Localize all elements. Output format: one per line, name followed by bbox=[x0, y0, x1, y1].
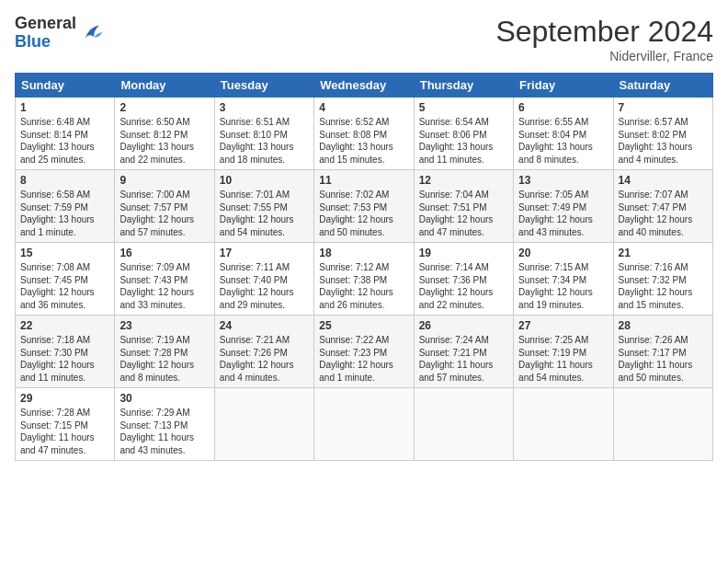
table-row: 17Sunrise: 7:11 AMSunset: 7:40 PMDayligh… bbox=[214, 243, 313, 316]
day-detail: Daylight: 12 hours bbox=[119, 286, 209, 299]
table-row: 30Sunrise: 7:29 AMSunset: 7:13 PMDayligh… bbox=[115, 388, 214, 461]
table-row: 29Sunrise: 7:28 AMSunset: 7:15 PMDayligh… bbox=[16, 388, 115, 461]
day-detail: Sunrise: 6:48 AM bbox=[20, 116, 109, 129]
day-detail: and 40 minutes. bbox=[619, 226, 708, 239]
day-detail: and 36 minutes. bbox=[20, 299, 109, 312]
day-detail: Daylight: 13 hours bbox=[419, 141, 508, 154]
day-detail: Sunset: 7:26 PM bbox=[220, 347, 309, 360]
day-detail: Daylight: 13 hours bbox=[619, 141, 708, 154]
day-detail: Sunrise: 7:21 AM bbox=[220, 334, 309, 347]
day-number: 25 bbox=[319, 319, 408, 332]
day-detail: Sunrise: 7:22 AM bbox=[319, 334, 408, 347]
day-number: 21 bbox=[619, 247, 708, 259]
day-detail: and 57 minutes. bbox=[419, 372, 508, 385]
col-wednesday: Wednesday bbox=[314, 74, 414, 98]
day-detail: Sunrise: 7:09 AM bbox=[119, 261, 209, 274]
day-detail: Daylight: 13 hours bbox=[319, 141, 408, 154]
day-number: 5 bbox=[419, 101, 508, 114]
day-detail: Sunset: 7:47 PM bbox=[619, 201, 708, 214]
day-detail: Daylight: 11 hours bbox=[20, 431, 109, 444]
table-row: 10Sunrise: 7:01 AMSunset: 7:55 PMDayligh… bbox=[214, 170, 313, 243]
table-row: 4Sunrise: 6:52 AMSunset: 8:08 PMDaylight… bbox=[314, 98, 414, 170]
day-detail: Sunset: 7:32 PM bbox=[619, 274, 708, 287]
col-saturday: Saturday bbox=[613, 74, 712, 98]
day-detail: and 11 minutes. bbox=[419, 154, 508, 167]
calendar-header: Sunday Monday Tuesday Wednesday Thursday… bbox=[16, 74, 713, 98]
day-detail: Sunrise: 7:00 AM bbox=[119, 189, 209, 201]
day-detail: Sunrise: 7:08 AM bbox=[20, 261, 109, 274]
day-detail: and 50 minutes. bbox=[619, 372, 708, 385]
day-detail: Sunset: 7:40 PM bbox=[220, 274, 309, 287]
table-row: 5Sunrise: 6:54 AMSunset: 8:06 PMDaylight… bbox=[414, 98, 513, 170]
day-detail: and 8 minutes. bbox=[518, 154, 608, 167]
table-row: 25Sunrise: 7:22 AMSunset: 7:23 PMDayligh… bbox=[314, 316, 414, 388]
day-detail: and 54 minutes. bbox=[518, 372, 608, 385]
day-detail: Sunrise: 6:55 AM bbox=[518, 116, 608, 129]
day-detail: Sunset: 7:30 PM bbox=[20, 347, 109, 360]
day-detail: Sunset: 7:21 PM bbox=[419, 347, 508, 360]
day-detail: Daylight: 12 hours bbox=[20, 286, 109, 299]
table-row: 24Sunrise: 7:21 AMSunset: 7:26 PMDayligh… bbox=[214, 316, 313, 388]
day-number: 26 bbox=[419, 319, 508, 332]
table-row bbox=[613, 388, 712, 461]
day-detail: Sunset: 7:34 PM bbox=[518, 274, 608, 287]
day-detail: and 29 minutes. bbox=[220, 299, 309, 312]
day-number: 18 bbox=[319, 247, 408, 259]
table-row: 12Sunrise: 7:04 AMSunset: 7:51 PMDayligh… bbox=[414, 170, 513, 243]
calendar-table: Sunday Monday Tuesday Wednesday Thursday… bbox=[15, 73, 713, 461]
day-number: 11 bbox=[319, 174, 408, 187]
day-detail: Daylight: 12 hours bbox=[220, 213, 309, 226]
table-row: 28Sunrise: 7:26 AMSunset: 7:17 PMDayligh… bbox=[613, 316, 712, 388]
day-detail: Sunset: 8:06 PM bbox=[419, 129, 508, 142]
day-detail: and 22 minutes. bbox=[419, 299, 508, 312]
day-detail: and 47 minutes. bbox=[419, 226, 508, 239]
day-detail: Sunset: 7:13 PM bbox=[119, 419, 209, 432]
table-row: 7Sunrise: 6:57 AMSunset: 8:02 PMDaylight… bbox=[613, 98, 712, 170]
day-detail: Sunrise: 7:02 AM bbox=[319, 189, 408, 201]
day-number: 20 bbox=[518, 247, 608, 259]
day-detail: and 8 minutes. bbox=[119, 372, 209, 385]
day-number: 22 bbox=[20, 319, 109, 332]
table-row: 1Sunrise: 6:48 AMSunset: 8:14 PMDaylight… bbox=[16, 98, 115, 170]
day-detail: and 54 minutes. bbox=[220, 226, 309, 239]
day-detail: Daylight: 13 hours bbox=[20, 141, 109, 154]
day-detail: Sunset: 7:49 PM bbox=[518, 201, 608, 214]
table-row: 16Sunrise: 7:09 AMSunset: 7:43 PMDayligh… bbox=[115, 243, 214, 316]
day-detail: Sunrise: 6:51 AM bbox=[220, 116, 309, 129]
day-detail: Sunrise: 7:11 AM bbox=[220, 261, 309, 274]
day-number: 24 bbox=[220, 319, 309, 332]
location: Niderviller, France bbox=[495, 49, 713, 63]
day-detail: Daylight: 12 hours bbox=[419, 286, 508, 299]
day-number: 23 bbox=[119, 319, 209, 332]
day-detail: and 25 minutes. bbox=[20, 154, 109, 167]
col-sunday: Sunday bbox=[16, 74, 115, 98]
day-detail: and 4 minutes. bbox=[220, 372, 309, 385]
table-row: 27Sunrise: 7:25 AMSunset: 7:19 PMDayligh… bbox=[514, 316, 613, 388]
day-detail: Daylight: 12 hours bbox=[619, 286, 708, 299]
table-row: 6Sunrise: 6:55 AMSunset: 8:04 PMDaylight… bbox=[514, 98, 613, 170]
day-detail: Sunset: 8:12 PM bbox=[119, 129, 209, 142]
day-detail: and 57 minutes. bbox=[119, 226, 209, 239]
day-number: 27 bbox=[518, 319, 608, 332]
day-detail: Daylight: 12 hours bbox=[20, 359, 109, 372]
day-detail: Daylight: 12 hours bbox=[319, 286, 408, 299]
logo-blue: Blue bbox=[15, 33, 76, 52]
table-row: 18Sunrise: 7:12 AMSunset: 7:38 PMDayligh… bbox=[314, 243, 414, 316]
day-number: 2 bbox=[119, 101, 209, 114]
day-detail: Sunrise: 6:52 AM bbox=[319, 116, 408, 129]
day-detail: Daylight: 11 hours bbox=[419, 359, 508, 372]
calendar-body: 1Sunrise: 6:48 AMSunset: 8:14 PMDaylight… bbox=[16, 98, 713, 461]
day-detail: Daylight: 12 hours bbox=[419, 213, 508, 226]
day-number: 10 bbox=[220, 174, 309, 187]
day-detail: Sunrise: 7:14 AM bbox=[419, 261, 508, 274]
day-detail: Daylight: 12 hours bbox=[220, 359, 309, 372]
day-detail: Sunrise: 7:05 AM bbox=[518, 189, 608, 201]
day-number: 8 bbox=[20, 174, 109, 187]
day-number: 12 bbox=[419, 174, 508, 187]
table-row: 13Sunrise: 7:05 AMSunset: 7:49 PMDayligh… bbox=[514, 170, 613, 243]
logo: General Blue bbox=[15, 15, 106, 52]
table-row bbox=[314, 388, 414, 461]
day-detail: Daylight: 12 hours bbox=[119, 213, 209, 226]
day-detail: Daylight: 13 hours bbox=[220, 141, 309, 154]
day-detail: Daylight: 11 hours bbox=[619, 359, 708, 372]
